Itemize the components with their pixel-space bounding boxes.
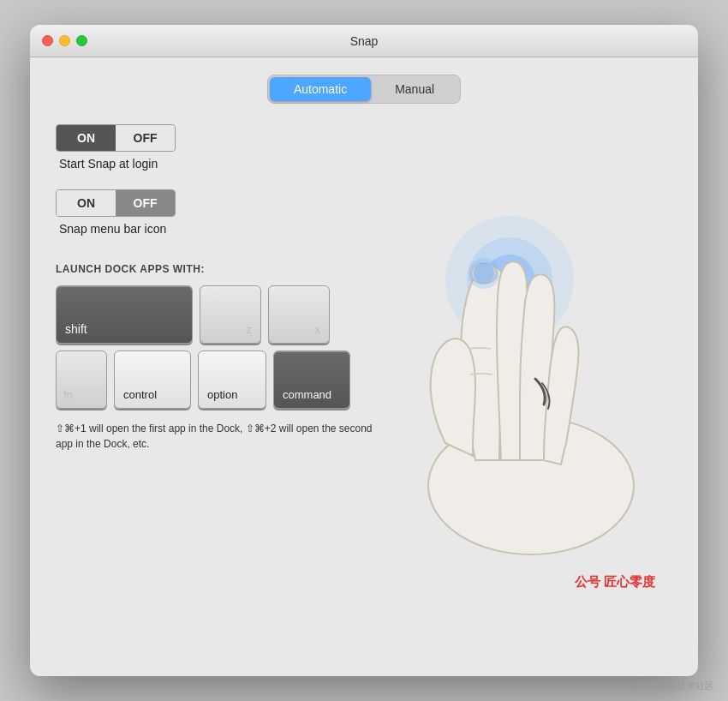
key-fn[interactable]: fn	[56, 350, 107, 409]
key-option[interactable]: option	[198, 350, 266, 409]
keys-grid: shift z x fn	[56, 285, 373, 409]
toggle2-label: Snap menu bar icon	[56, 222, 373, 236]
minimize-button[interactable]	[59, 35, 70, 46]
window-title: Snap	[350, 34, 379, 48]
description-text: ⇧⌘+1 will open the first app in the Dock…	[56, 421, 373, 452]
toggle1-group: ON OFF Start Snap at login	[56, 124, 373, 176]
toggle2-group: ON OFF Snap menu bar icon	[56, 189, 373, 241]
key-z[interactable]: z	[200, 285, 261, 344]
tab-manual[interactable]: Manual	[371, 77, 458, 101]
close-button[interactable]	[42, 35, 53, 46]
toggle1-switch[interactable]: ON OFF	[56, 124, 176, 152]
right-panel: 公号 匠心零度	[390, 124, 672, 659]
main-row: ON OFF Start Snap at login ON OFF Snap m…	[56, 124, 672, 659]
traffic-lights	[42, 35, 87, 46]
hand-illustration	[398, 212, 664, 572]
key-control[interactable]: control	[114, 350, 191, 409]
toggle1-off[interactable]: OFF	[116, 125, 175, 151]
launch-dock-section: LAUNCH DOCK APPS WITH: shift z	[56, 263, 373, 452]
maximize-button[interactable]	[76, 35, 87, 46]
keys-row-1: shift z x	[56, 285, 373, 344]
titlebar: Snap	[30, 25, 698, 57]
svg-point-6	[474, 263, 494, 284]
key-x[interactable]: x	[268, 285, 330, 344]
key-command[interactable]: command	[273, 350, 350, 409]
toggle1-label: Start Snap at login	[56, 157, 373, 171]
main-content: Automatic Manual ON OFF Start Snap at lo…	[30, 57, 698, 676]
toggle2-off[interactable]: OFF	[116, 190, 175, 216]
toggle2-on[interactable]: ON	[57, 190, 116, 216]
left-panel: ON OFF Start Snap at login ON OFF Snap m…	[56, 124, 373, 659]
toggle2-switch[interactable]: ON OFF	[56, 189, 176, 217]
toggle1-on[interactable]: ON	[57, 125, 116, 151]
app-window: Snap Automatic Manual ON OFF Start Snap …	[30, 25, 698, 676]
key-shift[interactable]: shift	[56, 285, 193, 344]
launch-dock-label: LAUNCH DOCK APPS WITH:	[56, 263, 373, 275]
keys-row-2: fn control option command	[56, 350, 373, 409]
tab-automatic[interactable]: Automatic	[270, 77, 371, 101]
red-watermark: 公号 匠心零度	[575, 574, 655, 590]
tab-switcher: Automatic Manual	[267, 75, 461, 104]
